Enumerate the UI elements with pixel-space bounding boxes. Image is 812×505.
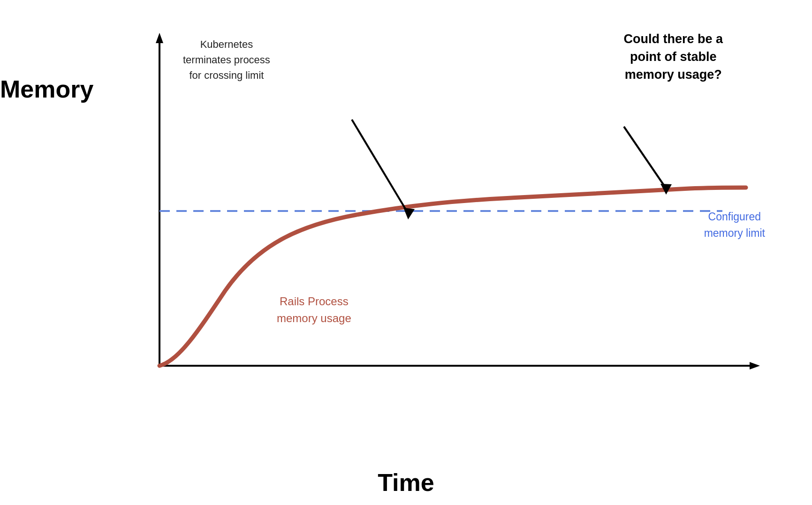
svg-line-7 (624, 127, 666, 188)
chart-svg (103, 28, 774, 413)
svg-marker-1 (156, 33, 163, 43)
x-axis-label: Time (378, 468, 434, 497)
svg-marker-6 (403, 208, 415, 219)
y-axis-label: Memory (0, 75, 93, 103)
svg-marker-3 (750, 362, 760, 369)
annotation-memory-limit: Configured memory limit (704, 209, 765, 241)
svg-line-5 (352, 120, 408, 213)
annotation-rails-process: Rails Process memory usage (277, 293, 351, 327)
annotation-k8s: Kubernetes terminates process for crossi… (183, 37, 270, 83)
annotation-question: Could there be a point of stable memory … (623, 30, 723, 83)
